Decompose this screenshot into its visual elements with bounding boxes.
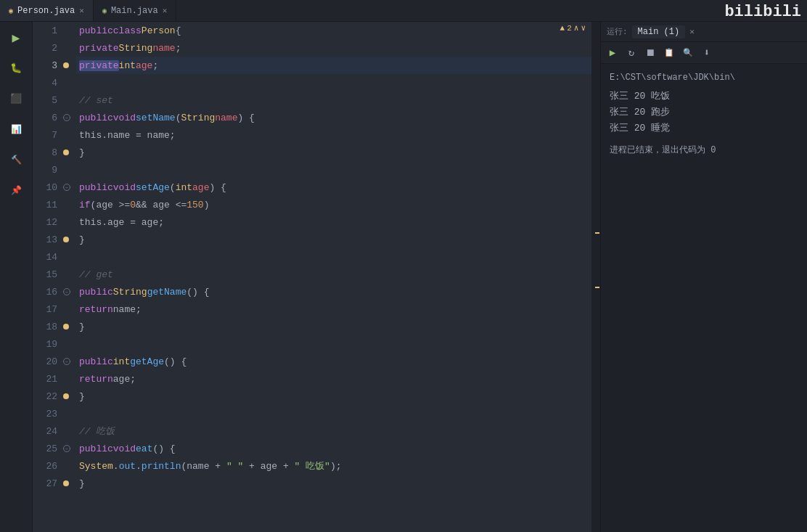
scroll-yellow-1 <box>595 232 599 234</box>
right-panel: 运行: Main (1) ✕ ▶ ↻ ⏹ 📋 🔍 ⬇ E:\CST\softwa… <box>600 22 807 532</box>
code-row-16: 16− public String getName() { <box>33 283 591 300</box>
gutter-21 <box>62 370 76 388</box>
code-row-22: 22 } <box>33 388 591 405</box>
line-number-4: 4 <box>33 74 62 91</box>
code-cell-23 <box>76 405 591 422</box>
code-cell-9 <box>76 161 591 179</box>
code-row-21: 21 return age; <box>33 370 591 388</box>
build-button[interactable]: 🔨 <box>6 150 26 170</box>
tab-icon-main: ◉ <box>102 7 107 15</box>
fold-10[interactable]: − <box>63 184 70 191</box>
fold-6[interactable]: − <box>63 114 70 121</box>
gutter-17 <box>62 300 76 318</box>
console-line-1: 张三 20 吃饭 <box>610 89 798 105</box>
code-cell-26: System.out.println(name + " " + age + " … <box>76 457 591 475</box>
code-cell-20: public int getAge() { <box>76 353 591 370</box>
pin-button[interactable]: 📌 <box>6 180 26 200</box>
code-cell-1: public class Person { <box>76 22 591 39</box>
breakpoint-18[interactable] <box>63 324 69 330</box>
gutter-19 <box>62 335 76 353</box>
line-number-13: 13 <box>33 231 62 248</box>
code-row-23: 23 <box>33 405 591 422</box>
code-row-18: 18 } <box>33 318 591 335</box>
breakpoint-13[interactable] <box>63 237 69 242</box>
line-number-21: 21 <box>33 370 62 388</box>
main-layout: ▶ 🐛 ⬛ 📊 🔨 📌 ▲ 2 ∧ ∨ 1public class Person… <box>0 22 807 532</box>
line-number-8: 8 <box>33 144 62 161</box>
code-row-7: 7 this.name = name; <box>33 126 591 144</box>
code-cell-12: this.age = age; <box>76 213 591 231</box>
code-row-8: 8 } <box>33 144 591 161</box>
run-tab-close[interactable]: ✕ <box>689 27 695 36</box>
gutter-18 <box>62 318 76 335</box>
fold-16[interactable]: − <box>63 288 70 295</box>
tab-close-person[interactable]: ✕ <box>79 6 84 15</box>
code-row-2: 2 private String name; <box>33 39 591 57</box>
code-cell-27: } <box>76 475 591 492</box>
gutter-23 <box>62 405 76 422</box>
tab-label-main: Main.java <box>111 6 158 16</box>
clipboard-btn[interactable]: 📋 <box>660 44 678 62</box>
run-tab[interactable]: Main (1) <box>632 25 686 38</box>
breakpoint-27[interactable] <box>63 480 69 486</box>
tab-close-main[interactable]: ✕ <box>163 6 168 15</box>
line-number-10: 10 <box>33 179 62 196</box>
warning-down-icon: ∨ <box>581 23 586 33</box>
gutter-13 <box>62 231 76 248</box>
breakpoint-22[interactable] <box>63 393 69 399</box>
search-btn[interactable]: 🔍 <box>679 44 697 62</box>
line-number-18: 18 <box>33 318 62 335</box>
console-line-3: 张三 20 睡觉 <box>610 120 798 136</box>
line-number-5: 5 <box>33 91 62 109</box>
warning-badge: ▲ 2 ∧ ∨ <box>560 23 586 33</box>
debug-button[interactable]: 🐛 <box>6 58 26 78</box>
line-number-27: 27 <box>33 475 62 492</box>
line-number-15: 15 <box>33 266 62 283</box>
line-number-11: 11 <box>33 196 62 213</box>
gutter-5 <box>62 91 76 109</box>
fold-25[interactable]: − <box>63 445 70 452</box>
breakpoint-8[interactable] <box>63 150 69 155</box>
code-cell-13: } <box>76 231 591 248</box>
gutter-27 <box>62 475 76 492</box>
line-number-6: 6 <box>33 109 62 126</box>
coverage-button[interactable]: ⬛ <box>6 89 26 109</box>
line-number-12: 12 <box>33 213 62 231</box>
gutter-3 <box>62 57 76 74</box>
console-output: E:\CST\software\JDK\bin\ 张三 20 吃饭 张三 20 … <box>601 64 807 532</box>
tab-main[interactable]: ◉ Main.java ✕ <box>94 0 176 21</box>
tab-label-person: Person.java <box>17 6 75 16</box>
line-number-22: 22 <box>33 388 62 405</box>
breakpoint-3[interactable] <box>63 62 69 68</box>
scroll-end-btn[interactable]: ⬇ <box>698 44 716 62</box>
run-label: 运行: <box>607 26 628 37</box>
code-cell-3: private int age; <box>76 57 591 74</box>
code-row-15: 15 // get <box>33 266 591 283</box>
gutter-16: − <box>62 283 76 300</box>
code-row-11: 11 if (age >= 0 && age <= 150) <box>33 196 591 213</box>
profile-button[interactable]: 📊 <box>6 119 26 139</box>
run-button[interactable]: ▶ <box>6 28 26 48</box>
rerun-btn[interactable]: ↻ <box>623 44 640 62</box>
fold-20[interactable]: − <box>63 358 70 365</box>
gutter-7 <box>62 126 76 144</box>
stop-btn[interactable]: ⏹ <box>642 44 659 62</box>
run-btn[interactable]: ▶ <box>604 44 621 62</box>
code-row-10: 10− public void setAge(int age) { <box>33 179 591 196</box>
code-row-13: 13 } <box>33 231 591 248</box>
scrollbar-area[interactable] <box>591 22 600 532</box>
code-row-9: 9 <box>33 161 591 179</box>
line-number-16: 16 <box>33 283 62 300</box>
run-header: 运行: Main (1) ✕ <box>601 22 807 42</box>
code-cell-16: public String getName() { <box>76 283 591 300</box>
code-cell-6: public void setName(String name) { <box>76 109 591 126</box>
code-cell-2: private String name; <box>76 39 591 57</box>
tab-person[interactable]: ◉ Person.java ✕ <box>0 0 94 21</box>
line-number-24: 24 <box>33 422 62 440</box>
code-cell-24: // 吃饭 <box>76 422 591 440</box>
editor-wrapper: 1public class Person {2 private String n… <box>33 22 600 532</box>
code-row-26: 26 System.out.println(name + " " + age +… <box>33 457 591 475</box>
code-cell-11: if (age >= 0 && age <= 150) <box>76 196 591 213</box>
code-row-25: 25− public void eat() { <box>33 440 591 457</box>
warning-count: 2 <box>567 24 572 33</box>
